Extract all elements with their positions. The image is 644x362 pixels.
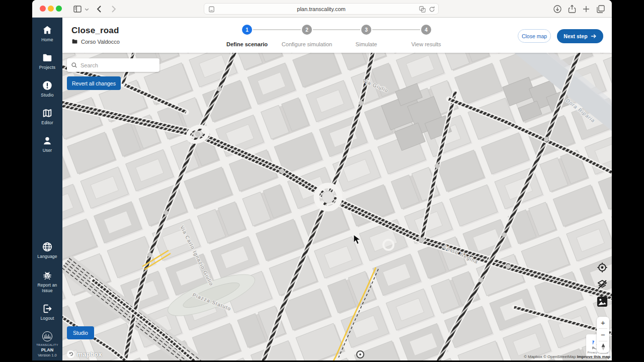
improve-this-map-link[interactable]: Improve this map	[577, 354, 610, 359]
app-sidebar: Home Projects Studio Editor	[32, 18, 62, 360]
step-3-label: Simulate	[356, 41, 377, 47]
project-name: Corso Valdocco	[81, 39, 120, 45]
globe-icon	[42, 241, 53, 252]
attribution-copyright[interactable]: © Mapbox © OpenStreetMap	[524, 354, 577, 359]
window-minimize-button[interactable]	[48, 6, 54, 12]
browser-toolbar: plan.transcality.com	[32, 0, 612, 18]
page-settings-icon[interactable]	[208, 6, 215, 13]
tab-overview-icon[interactable]	[596, 4, 606, 14]
home-icon	[42, 25, 53, 36]
sidebar-item-logout[interactable]: Logout	[32, 303, 62, 321]
search-input[interactable]	[80, 62, 155, 68]
brand-block: TRANSCALITY PLAN Version 1.0	[32, 330, 62, 357]
close-map-button[interactable]: Close map	[518, 29, 551, 43]
step-connector	[253, 29, 301, 30]
step-2-circle[interactable]: 2	[302, 25, 312, 35]
alert-circle-icon	[42, 80, 53, 91]
letterboxed-stage: plan.transcality.com	[0, 0, 644, 362]
search-icon	[71, 62, 77, 68]
zoom-out-button[interactable]: −	[597, 329, 609, 340]
visibility-control-icon[interactable]	[597, 262, 608, 273]
compass-button[interactable]	[597, 341, 609, 353]
sidebar-item-editor[interactable]: Editor	[32, 108, 62, 126]
next-step-button[interactable]: Next step	[557, 29, 603, 43]
studio-button[interactable]: Studio	[67, 326, 94, 339]
compass-needle-icon	[601, 343, 606, 350]
step-4-label: View results	[411, 41, 441, 47]
step-3-circle[interactable]: 3	[361, 25, 371, 35]
app-header: Close_road Corso Valdocco 1 2 3 4 Define…	[62, 18, 612, 53]
window-close-button[interactable]	[40, 6, 46, 12]
window-zoom-button[interactable]	[56, 6, 62, 12]
back-button[interactable]	[95, 4, 105, 14]
step-1-circle[interactable]: 1	[242, 25, 252, 35]
map-canvas[interactable]: Dora RipariaVia GiulioCorso ReginaVia Ca…	[62, 53, 612, 360]
map-icon	[42, 108, 53, 119]
url-text: plan.transcality.com	[297, 6, 345, 12]
mapbox-logo[interactable]: mapbox	[66, 350, 102, 358]
mapbox-icon	[66, 350, 75, 358]
bug-icon	[42, 270, 53, 281]
step-connector	[313, 29, 360, 30]
arrow-right-icon	[591, 33, 597, 39]
sidebar-item-report-issue[interactable]: Report an Issue	[32, 270, 62, 293]
map-search	[67, 58, 159, 72]
breadcrumb: Corso Valdocco	[71, 38, 120, 45]
page-title: Close_road	[71, 26, 119, 36]
downloads-icon[interactable]	[552, 4, 562, 14]
new-tab-icon[interactable]	[581, 4, 591, 14]
transcality-logo-icon	[41, 330, 54, 343]
map-attribution: © Mapbox © OpenStreetMap Improve this ma…	[524, 354, 610, 359]
revert-changes-button[interactable]: Revert all changes	[67, 76, 121, 90]
forward-button[interactable]	[108, 4, 118, 14]
zoom-in-button[interactable]: +	[597, 317, 609, 328]
logout-icon	[42, 303, 53, 314]
sidebar-item-projects[interactable]: Projects	[32, 52, 62, 70]
mapbox-wordmark: mapbox	[77, 351, 102, 358]
sidebar-item-studio[interactable]: Studio	[32, 80, 62, 98]
layers-off-icon[interactable]	[597, 279, 608, 290]
sidebar-item-language[interactable]: Language	[32, 241, 62, 259]
reload-icon[interactable]	[428, 6, 436, 13]
address-bar[interactable]: plan.transcality.com	[204, 3, 439, 15]
step-connector	[372, 29, 420, 30]
sidebar-item-home[interactable]: Home	[32, 25, 62, 43]
folder-icon	[71, 38, 78, 45]
step-2-label: Configure simulation	[282, 41, 332, 47]
sidebar-toggle-icon[interactable]	[72, 4, 83, 14]
user-icon	[42, 135, 53, 146]
imagery-toggle-icon[interactable]	[597, 296, 608, 307]
browser-window: plan.transcality.com	[32, 0, 612, 360]
map-container: Dora RipariaVia GiulioCorso ReginaVia Ca…	[62, 53, 612, 360]
share-icon[interactable]	[567, 4, 577, 14]
step-1-label: Define scenario	[226, 41, 268, 47]
next-step-label: Next step	[564, 33, 587, 39]
zoom-control: + −	[597, 317, 609, 353]
step-4-circle[interactable]: 4	[421, 25, 431, 35]
folder-icon	[42, 52, 53, 63]
translate-icon[interactable]	[419, 6, 426, 13]
chevron-down-icon[interactable]	[84, 6, 90, 12]
sidebar-item-user[interactable]: User	[32, 135, 62, 153]
